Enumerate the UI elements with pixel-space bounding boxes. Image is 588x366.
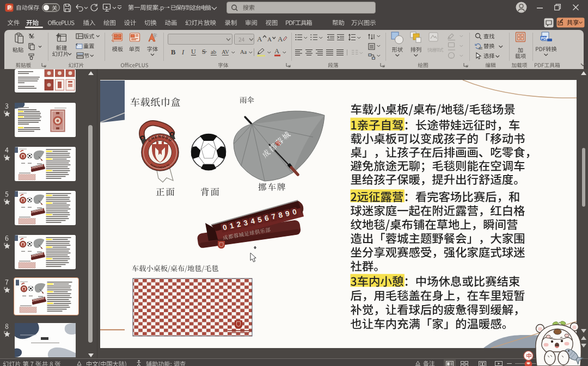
svg-text:A: A bbox=[278, 35, 283, 43]
svg-text:I: I bbox=[181, 48, 185, 56]
svg-text:U: U bbox=[191, 48, 196, 55]
svg-text:B: B bbox=[171, 48, 175, 56]
svg-text:A: A bbox=[274, 47, 279, 55]
svg-text:A: A bbox=[267, 36, 272, 42]
svg-text:字: 字 bbox=[152, 33, 157, 39]
svg-text:PDF: PDF bbox=[541, 36, 548, 40]
svg-text:AV: AV bbox=[222, 49, 229, 55]
svg-text:A: A bbox=[257, 35, 262, 43]
svg-text:ab: ab bbox=[211, 49, 216, 55]
svg-text:Aa: Aa bbox=[240, 49, 247, 55]
svg-text:P: P bbox=[8, 5, 11, 11]
svg-text:ab: ab bbox=[479, 46, 482, 50]
